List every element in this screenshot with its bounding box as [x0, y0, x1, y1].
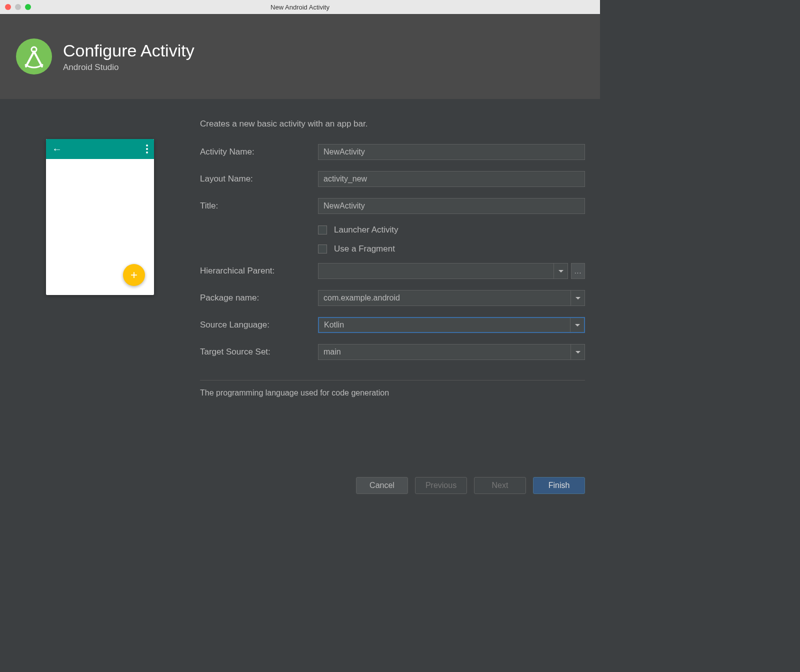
window-title: New Android Activity: [4, 4, 596, 11]
dialog-header: Configure Activity Android Studio: [0, 14, 600, 99]
compass-icon: [20, 42, 48, 70]
close-window-button[interactable]: [5, 4, 11, 10]
activity-name-input[interactable]: [318, 144, 585, 160]
dialog-subtitle: Android Studio: [63, 62, 194, 72]
chevron-down-icon: [570, 344, 584, 360]
divider: [200, 380, 585, 380]
form-hint: The programming language used for code g…: [200, 388, 585, 398]
target-source-set-value: main: [324, 348, 341, 356]
source-language-select[interactable]: Kotlin: [318, 317, 585, 333]
package-name-value: com.example.android: [324, 294, 400, 302]
preview-appbar: ←: [46, 139, 154, 159]
cancel-button[interactable]: Cancel: [356, 477, 408, 494]
form-pane: Creates a new basic activity with an app…: [200, 119, 585, 418]
launcher-activity-checkbox[interactable]: [318, 226, 327, 234]
finish-button[interactable]: Finish: [533, 477, 585, 494]
button-bar: Cancel Previous Next Finish: [356, 477, 585, 494]
package-name-select[interactable]: com.example.android: [318, 290, 585, 306]
launcher-activity-label: Launcher Activity: [334, 225, 398, 235]
package-name-label: Package name:: [200, 293, 318, 303]
use-fragment-label: Use a Fragment: [334, 244, 395, 254]
target-source-set-label: Target Source Set:: [200, 347, 318, 357]
use-fragment-checkbox[interactable]: [318, 244, 327, 254]
maximize-window-button[interactable]: [25, 4, 31, 10]
back-arrow-icon: ←: [52, 144, 62, 155]
activity-preview-pane: ← +: [15, 119, 185, 418]
layout-name-input[interactable]: [318, 171, 585, 187]
android-studio-logo: [16, 38, 52, 74]
chevron-down-icon: [570, 318, 584, 332]
title-label: Title:: [200, 201, 318, 211]
dialog-title: Configure Activity: [63, 41, 194, 60]
chevron-down-icon: [554, 264, 568, 278]
minimize-window-button[interactable]: [15, 4, 21, 10]
activity-name-label: Activity Name:: [200, 147, 318, 157]
form-description: Creates a new basic activity with an app…: [200, 119, 585, 129]
title-bar: New Android Activity: [0, 0, 600, 14]
next-button[interactable]: Next: [474, 477, 526, 494]
traffic-lights: [5, 4, 31, 10]
source-language-value: Kotlin: [324, 320, 344, 330]
title-input[interactable]: [318, 198, 585, 214]
target-source-set-select[interactable]: main: [318, 344, 585, 360]
layout-name-label: Layout Name:: [200, 174, 318, 184]
previous-button[interactable]: Previous: [415, 477, 467, 494]
overflow-menu-icon: [146, 144, 148, 154]
source-language-label: Source Language:: [200, 320, 318, 330]
fab-icon: +: [123, 264, 145, 286]
hierarchical-parent-select[interactable]: [318, 263, 568, 279]
hierarchical-parent-label: Hierarchical Parent:: [200, 266, 318, 276]
chevron-down-icon: [570, 290, 584, 306]
browse-parent-button[interactable]: ...: [571, 263, 585, 279]
phone-preview: ← +: [46, 139, 154, 295]
